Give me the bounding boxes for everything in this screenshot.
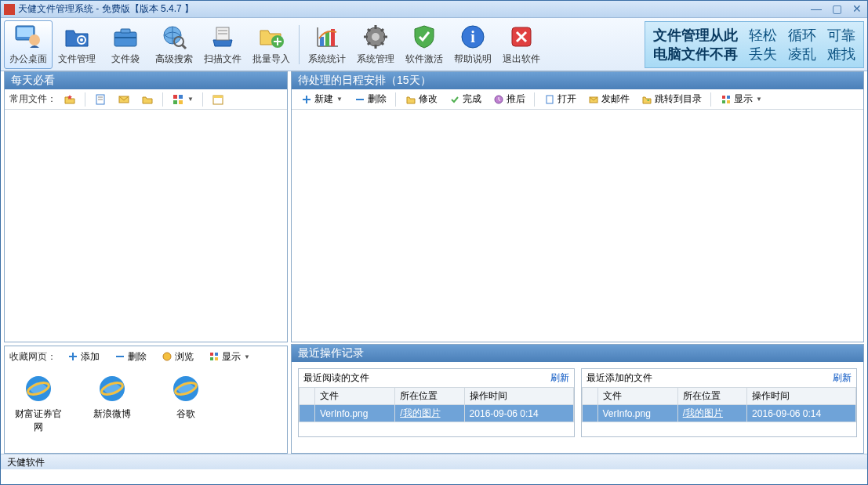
minus-icon: [354, 93, 366, 106]
common-folder2-button[interactable]: [137, 91, 158, 108]
mail-icon: [118, 93, 130, 106]
bookmark-item[interactable]: 谷歌: [158, 373, 213, 434]
schedule-jumpdir-button[interactable]: 跳转到目录: [637, 90, 706, 108]
common-files-label: 常用文件：: [9, 92, 56, 106]
check-icon: [449, 93, 461, 106]
svg-rect-44: [210, 353, 213, 356]
clock-icon: [492, 93, 505, 106]
col-time[interactable]: 操作时间: [464, 388, 573, 405]
grid-icon: [172, 93, 184, 106]
bookmark-item-label: 谷歌: [176, 407, 195, 421]
svg-text:i: i: [470, 28, 475, 45]
toolbar-office-desktop[interactable]: 办公桌面: [4, 20, 53, 69]
schedule-toolbar: 新建▼ 删除 修改 完成 推后 打开 发邮件 跳转到目录 显示▼: [292, 89, 863, 110]
toolbar-label: 系统统计: [308, 52, 346, 66]
daily-body: [5, 110, 287, 342]
schedule-display-button[interactable]: 显示▼: [716, 90, 766, 108]
schedule-body: [292, 110, 863, 342]
toolbar-activate[interactable]: 软件激活: [400, 20, 449, 69]
svg-line-10: [182, 45, 186, 49]
bookmark-add-button[interactable]: 添加: [63, 348, 104, 366]
mail-icon: [587, 93, 600, 106]
plus-icon: [67, 350, 79, 363]
chevron-down-icon: ▼: [244, 353, 250, 360]
schedule-complete-button[interactable]: 完成: [445, 90, 485, 108]
toolbar-file-manage[interactable]: 文件管理: [53, 20, 101, 69]
svg-rect-46: [210, 357, 213, 360]
minimize-button[interactable]: —: [809, 4, 823, 15]
svg-line-28: [381, 29, 383, 31]
banner-text: 凌乱: [788, 45, 816, 63]
toolbar-file-bag[interactable]: 文件袋: [101, 20, 150, 69]
recent-panel-header: 最近操作记录: [292, 345, 863, 362]
toolbar-separator: [299, 25, 300, 64]
table-row[interactable]: VerInfo.png /我的图片 2016-09-06 0:14: [300, 405, 574, 422]
toolbar-label: 批量导入: [252, 52, 290, 66]
schedule-panel: 待处理的日程安排（15天） 新建▼ 删除 修改 完成 推后 打开 发邮件 跳转到…: [291, 71, 864, 342]
schedule-modify-button[interactable]: 修改: [401, 90, 441, 108]
info-icon: i: [459, 23, 487, 51]
folder-icon: [405, 93, 417, 106]
schedule-open-button[interactable]: 打开: [539, 90, 580, 108]
ie-icon: [23, 373, 54, 404]
schedule-delete-button[interactable]: 删除: [350, 90, 390, 108]
bookmark-body: 财富证券官网 新浪微博 谷歌: [5, 367, 287, 440]
toolbar-label: 系统管理: [357, 52, 394, 66]
recent-add-box: 最近添加的文件 刷新 文件 所在位置 操作时间: [581, 368, 858, 437]
common-doc-button[interactable]: [90, 91, 111, 108]
col-file[interactable]: 文件: [597, 388, 677, 405]
folder-arrow-icon: [641, 93, 653, 106]
globe-icon: [161, 350, 173, 363]
bookmark-delete-button[interactable]: 删除: [110, 348, 151, 366]
chevron-down-icon: ▼: [336, 96, 343, 103]
toolbar-batch-import[interactable]: 批量导入: [247, 20, 296, 69]
banner-text: 难找: [827, 45, 855, 63]
bookmark-item[interactable]: 新浪微博: [85, 373, 140, 434]
bookmark-toolbar: 收藏网页： 添加 删除 浏览 显示▼: [5, 346, 287, 367]
svg-rect-18: [325, 32, 329, 46]
window-title: 天健文件管理系统 - 免费版【版本 5.4.7 】: [18, 2, 809, 16]
toolbar-label: 高级搜索: [155, 52, 193, 66]
common-display-button[interactable]: ▼: [168, 91, 198, 108]
toolbar-advanced-search[interactable]: 高级搜索: [150, 20, 198, 69]
recent-refresh-link[interactable]: 刷新: [550, 371, 569, 385]
toolbar-statistics[interactable]: 系统统计: [303, 20, 351, 69]
bookmark-display-button[interactable]: 显示▼: [204, 348, 254, 366]
table-row[interactable]: VerInfo.png /我的图片 2016-09-06 0:14: [582, 405, 856, 422]
maximize-button[interactable]: ▢: [830, 4, 844, 15]
common-mail-button[interactable]: [114, 91, 134, 108]
svg-rect-5: [114, 32, 136, 46]
close-button[interactable]: ✕: [850, 4, 864, 15]
toolbar-exit[interactable]: 退出软件: [497, 20, 546, 69]
chart-icon: [313, 23, 341, 51]
svg-line-29: [368, 42, 370, 45]
toolbar-label: 文件袋: [111, 52, 140, 66]
schedule-new-button[interactable]: 新建▼: [296, 90, 347, 108]
col-location[interactable]: 所在位置: [677, 388, 746, 405]
svg-line-27: [381, 42, 383, 45]
col-location[interactable]: 所在位置: [395, 388, 464, 405]
cell-file: VerInfo.png: [315, 405, 395, 422]
briefcase-icon: [111, 23, 140, 51]
toolbar-system-manage[interactable]: 系统管理: [351, 20, 400, 69]
toolbar-scan-file[interactable]: 扫描文件: [198, 20, 247, 69]
chevron-down-icon: ▼: [187, 96, 194, 103]
bookmark-item[interactable]: 财富证券官网: [11, 373, 66, 434]
ie-icon: [96, 373, 128, 404]
svg-rect-38: [179, 95, 183, 99]
common-calendar-button[interactable]: [208, 91, 228, 108]
cell-time: 2016-09-06 0:14: [747, 405, 856, 422]
svg-point-21: [372, 33, 380, 41]
recent-add-table: 文件 所在位置 操作时间 VerInfo.png /我的图片 2016-09-0…: [582, 387, 857, 422]
bookmark-browse-button[interactable]: 浏览: [157, 348, 198, 366]
toolbar-help[interactable]: i 帮助说明: [449, 20, 497, 69]
recent-refresh-link[interactable]: 刷新: [833, 371, 852, 385]
col-time[interactable]: 操作时间: [747, 388, 856, 405]
svg-rect-57: [722, 96, 725, 99]
common-folder-button[interactable]: [60, 91, 80, 108]
schedule-sendmail-button[interactable]: 发邮件: [583, 90, 634, 108]
schedule-postpone-button[interactable]: 推后: [488, 90, 529, 108]
app-icon: [4, 4, 15, 15]
col-file[interactable]: 文件: [315, 388, 395, 405]
shield-check-icon: [410, 23, 438, 51]
